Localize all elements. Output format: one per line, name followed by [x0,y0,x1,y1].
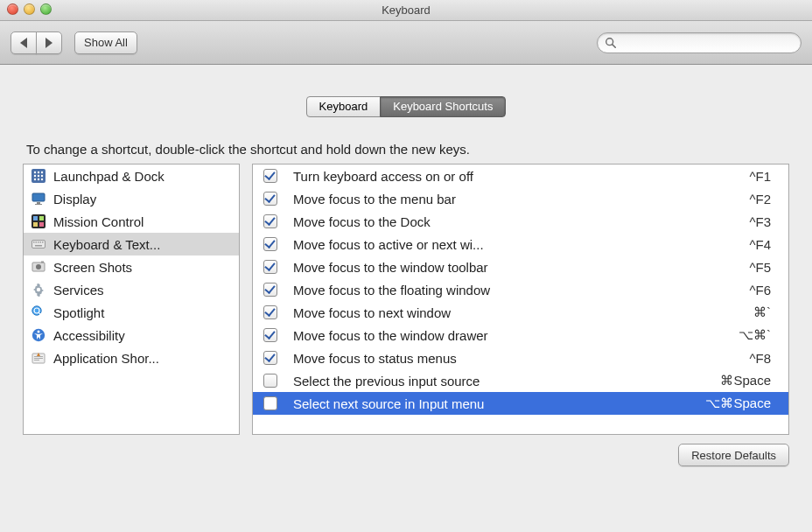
shortcut-rows[interactable]: Turn keyboard access on or off^F1Move fo… [253,164,788,434]
shortcut-checkbox[interactable] [263,237,277,251]
toolbar: Show All [0,21,812,65]
shortcut-checkbox[interactable] [263,305,277,319]
svg-line-1 [612,44,616,47]
shortcut-checkbox[interactable] [263,351,277,365]
shortcut-row[interactable]: Move focus to the floating window^F6 [253,278,788,301]
shortcut-label: Move focus to the floating window [293,283,740,298]
shortcut-key[interactable]: ^F4 [749,237,771,252]
shortcut-label: Move focus to the menu bar [293,192,740,206]
svg-line-33 [40,314,45,318]
shortcut-key[interactable]: ^F8 [749,351,771,366]
shortcut-key[interactable]: ^F1 [749,169,771,184]
shortcut-checkbox[interactable] [263,328,277,342]
window-title: Keyboard [382,4,430,17]
shortcut-key[interactable]: ⌥⌘Space [705,396,771,411]
category-label: Accessibility [53,328,125,343]
forward-icon [46,38,52,48]
display-icon [31,191,46,206]
svg-point-28 [36,264,41,270]
traffic-lights [7,4,52,15]
shortcut-checkbox[interactable] [263,374,277,388]
title-bar: Keyboard [0,0,812,21]
category-label: Application Shor... [53,351,159,366]
access-icon [31,327,46,343]
shortcut-row[interactable]: Move focus to the window toolbar^F5 [253,256,788,278]
shortcut-list[interactable]: Turn keyboard access on or off^F1Move fo… [252,164,789,435]
tab-keyboard-shortcuts[interactable]: Keyboard Shortcuts [380,96,506,117]
svg-rect-24 [40,242,42,243]
shortcut-checkbox[interactable] [263,214,277,228]
forward-button[interactable] [36,32,62,54]
svg-rect-22 [36,242,38,243]
svg-point-8 [41,175,43,177]
category-item[interactable]: Mission Control [24,210,239,233]
back-icon [20,38,27,48]
shortcut-label: Turn keyboard access on or off [293,169,740,184]
category-item[interactable]: Application Shor... [24,346,239,369]
launchpad-icon [31,168,46,184]
svg-point-4 [38,172,39,173]
shortcut-row[interactable]: Move focus to active or next wi...^F4 [253,233,788,256]
category-item[interactable]: Screen Shots [24,256,239,278]
category-item[interactable]: Spotlight [24,301,239,324]
search-input[interactable] [597,32,802,53]
shortcut-row[interactable]: Select the previous input source⌘Space [253,369,788,392]
svg-rect-21 [33,242,35,243]
back-button[interactable] [10,32,37,54]
category-item[interactable]: Display [24,187,239,210]
panel: Launchpad & DockDisplayMission ControlKe… [23,164,789,435]
mission-icon [31,214,46,229]
shortcut-key[interactable]: ^F3 [749,214,771,229]
shortcut-row[interactable]: Select next source in Input menu⌥⌘Space [253,392,788,415]
shortcut-checkbox[interactable] [263,192,277,206]
category-label: Spotlight [53,305,104,320]
shortcut-key[interactable]: ^F5 [749,260,771,275]
content: Keyboard Keyboard Shortcuts To change a … [0,65,812,466]
shortcut-row[interactable]: Move focus to status menus^F8 [253,346,788,369]
shortcut-key[interactable]: ⌘` [753,304,771,320]
shortcut-key[interactable]: ⌥⌘` [738,327,771,343]
show-all-button[interactable]: Show All [74,32,137,54]
shortcut-key[interactable]: ^F2 [749,192,771,206]
minimize-window-button[interactable] [24,4,35,15]
svg-rect-25 [42,242,44,243]
appshort-icon [31,350,46,366]
svg-rect-16 [33,216,38,220]
svg-point-3 [34,172,36,173]
svg-rect-18 [33,222,38,227]
zoom-window-button[interactable] [40,4,52,15]
category-label: Display [53,192,96,206]
shortcut-key[interactable]: ^F6 [749,283,771,298]
shortcut-row[interactable]: Turn keyboard access on or off^F1 [253,164,788,187]
services-icon [31,282,46,298]
tab-keyboard[interactable]: Keyboard [306,96,382,117]
svg-rect-12 [32,193,45,201]
shortcut-checkbox[interactable] [263,283,277,297]
shortcut-label: Select the previous input source [293,374,711,388]
shortcut-row[interactable]: Move focus to next window⌘` [253,301,788,324]
svg-rect-26 [35,245,42,247]
shortcut-label: Move focus to status menus [293,351,740,366]
restore-defaults-button[interactable]: Restore Defaults [678,444,789,466]
shortcut-checkbox[interactable] [263,396,277,410]
shortcut-key[interactable]: ⌘Space [720,373,771,388]
keyboard-icon [31,236,46,252]
category-list[interactable]: Launchpad & DockDisplayMission ControlKe… [23,164,240,435]
shortcut-checkbox[interactable] [263,260,277,274]
svg-rect-37 [34,356,43,357]
category-label: Launchpad & Dock [53,169,164,184]
shortcut-row[interactable]: Move focus to the menu bar^F2 [253,187,788,210]
close-window-button[interactable] [7,4,18,15]
category-item[interactable]: Accessibility [24,324,239,346]
shortcut-checkbox[interactable] [263,169,277,183]
category-item[interactable]: Services [24,278,239,301]
shortcut-label: Move focus to the window toolbar [293,260,740,275]
shortcut-row[interactable]: Move focus to the window drawer⌥⌘` [253,324,788,346]
footer: Restore Defaults [23,435,789,466]
shortcut-label: Move focus to next window [293,305,745,320]
category-item[interactable]: Keyboard & Text... [24,233,239,256]
shortcut-row[interactable]: Move focus to the Dock^F3 [253,210,788,233]
category-item[interactable]: Launchpad & Dock [24,164,239,187]
svg-rect-20 [32,241,46,248]
shortcut-label: Move focus to the Dock [293,214,740,229]
